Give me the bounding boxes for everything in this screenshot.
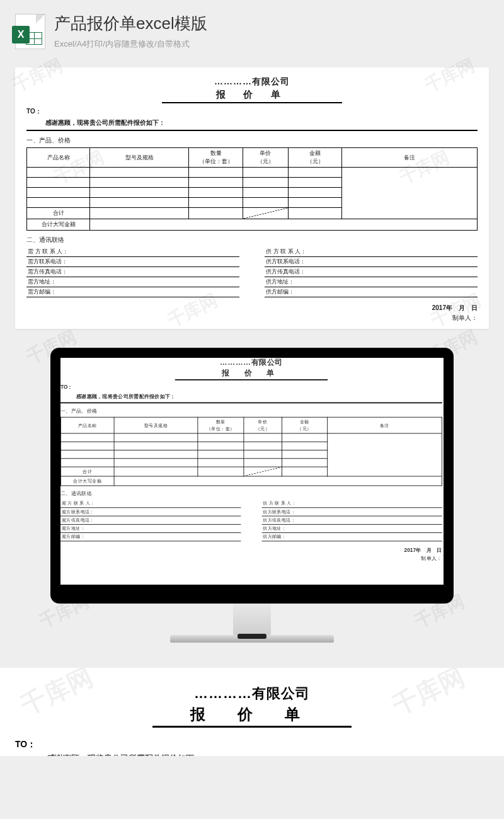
monitor-logo — [238, 634, 266, 639]
total-label: 合计 — [60, 467, 114, 476]
supplier-zip: 供方邮编： — [265, 287, 478, 297]
th-remark: 备注 — [342, 148, 478, 168]
buyer-phone: 需方联系电话： — [60, 508, 241, 516]
thanks-line: 感谢惠顾，现将贵公司所需配件报价如下： — [26, 116, 478, 131]
buyer-fax: 需方传真电话： — [60, 516, 241, 524]
supplier-fax: 供方传真电话： — [265, 267, 478, 277]
doc-company-name: …………有限公司 — [60, 358, 442, 367]
supplier-phone: 供方联系电话： — [261, 508, 442, 516]
supplier-phone: 供方联系电话： — [265, 257, 478, 267]
to-label: TO： — [26, 107, 478, 116]
page-subtitle: Excel/A4打印/内容随意修改/自带格式 — [54, 38, 207, 50]
th-qty: 数量 （单位：套） — [189, 148, 243, 168]
supplier-contact: 供 方 联 系 人： — [261, 500, 442, 508]
to-label: TO： — [60, 384, 442, 391]
product-table: 产品名称 型号及规格 数量 （单位：套） 单价 （元） 金额 （元） 备注 合计… — [26, 147, 478, 231]
supplier-fax: 供方传真电话： — [261, 516, 442, 524]
th-name: 产品名称 — [27, 148, 90, 168]
monitor-mockup: 千库网 千库网 千库网 千库网 千库网 …………有限公司 报 价 单 TO： 感… — [0, 348, 504, 643]
th-qty: 数量 （单位：套） — [198, 417, 244, 433]
page-title: 产品报价单excel模版 — [54, 13, 207, 35]
watermark: 千库网 — [9, 54, 67, 98]
watermark: 千库网 — [421, 54, 479, 98]
buyer-contact-col: 需 方 联 系 人： 需方联系电话： 需方传真电话： 需方地址： 需方邮编： — [26, 247, 239, 297]
buyer-address: 需方地址： — [60, 525, 241, 533]
total-cn-label: 合计大写金额 — [60, 476, 114, 486]
to-label: TO： — [15, 739, 489, 750]
maker-line: 制单人： — [60, 555, 442, 563]
section-1-title: 一、产品、价格 — [26, 136, 478, 145]
template-preview-cropped: 千库网 千库网 …………有限公司 报 价 单 TO： 感谢惠顾，现将贵公司所需配… — [0, 668, 504, 756]
supplier-contact: 供 方 联 系 人： — [265, 247, 478, 257]
section-2-title: 二、通讯联络 — [60, 490, 442, 498]
supplier-contact-col: 供 方 联 系 人： 供方联系电话： 供方传真电话： 供方地址： 供方邮编： — [265, 247, 478, 297]
total-label: 合计 — [27, 208, 90, 219]
supplier-zip: 供方邮编： — [261, 533, 442, 541]
maker-line: 制单人： — [26, 314, 478, 323]
section-2-title: 二、通讯联络 — [26, 236, 478, 244]
buyer-phone: 需方联系电话： — [26, 257, 239, 267]
buyer-zip: 需方邮编： — [26, 287, 239, 297]
th-model: 型号及规格 — [90, 148, 189, 168]
page-header: X 产品报价单excel模版 Excel/A4打印/内容随意修改/自带格式 — [0, 0, 504, 57]
doc-title: 报 价 单 — [162, 89, 342, 103]
total-cn-label: 合计大写金额 — [27, 219, 90, 231]
buyer-zip: 需方邮编： — [60, 533, 241, 541]
th-amount: 金额 （元） — [288, 148, 342, 168]
thanks-line: 感谢惠顾，现将贵公司所需配件报价如下： — [15, 750, 489, 756]
th-price: 单价 （元） — [243, 148, 289, 168]
th-price: 单价 （元） — [244, 417, 282, 433]
supplier-address: 供方地址： — [261, 525, 442, 533]
doc-company-name: …………有限公司 — [15, 684, 489, 703]
contact-block: 需 方 联 系 人： 需方联系电话： 需方传真电话： 需方地址： 需方邮编： 供… — [26, 247, 478, 297]
template-preview-flat: 千库网 千库网 千库网 千库网 千库网 千库网 …………有限公司 报 价 单 T… — [15, 67, 489, 329]
supplier-address: 供方地址： — [265, 277, 478, 287]
doc-title: 报 价 单 — [152, 704, 352, 728]
date-line: 2017年 月 日 — [60, 547, 442, 554]
date-line: 2017年 月 日 — [26, 304, 478, 312]
buyer-fax: 需方传真电话： — [26, 267, 239, 277]
buyer-address: 需方地址： — [26, 277, 239, 287]
th-name: 产品名称 — [60, 417, 114, 433]
excel-file-icon: X — [15, 14, 45, 49]
th-model: 型号及规格 — [114, 417, 198, 433]
doc-title: 报 价 单 — [175, 369, 328, 381]
doc-company-name: …………有限公司 — [26, 76, 478, 88]
th-remark: 备注 — [328, 417, 442, 433]
buyer-contact: 需 方 联 系 人： — [26, 247, 239, 257]
product-table: 产品名称 型号及规格 数量 （单位：套） 单价 （元） 金额 （元） 备注 合计 — [60, 417, 442, 486]
th-amount: 金额 （元） — [282, 417, 328, 433]
section-1-title: 一、产品、价格 — [60, 408, 442, 415]
thanks-line: 感谢惠顾，现将贵公司所需配件报价如下： — [60, 391, 442, 403]
buyer-contact: 需 方 联 系 人： — [60, 500, 241, 508]
